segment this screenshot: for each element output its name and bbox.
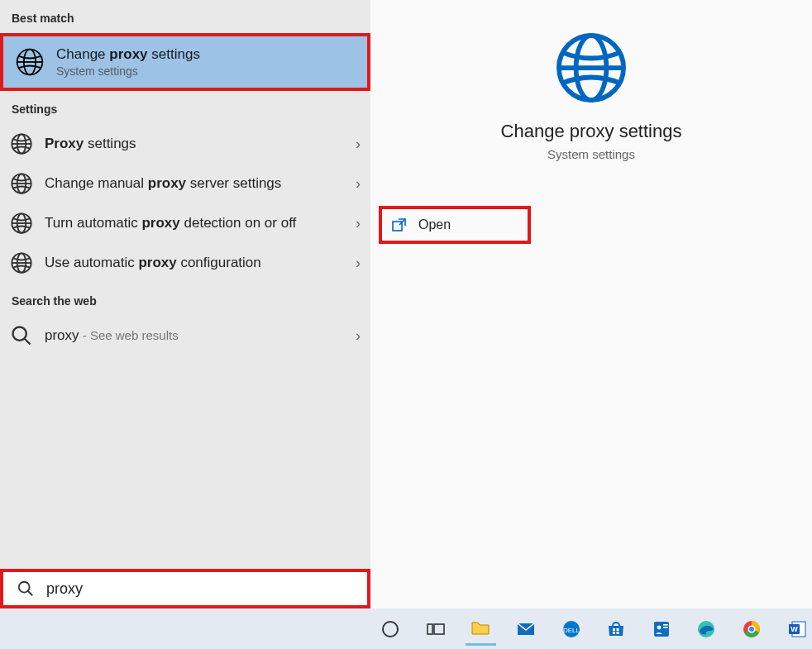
edge-icon[interactable] [691,613,722,646]
svg-point-41 [749,627,754,632]
svg-rect-26 [434,624,444,634]
search-icon [17,580,35,598]
file-explorer-icon[interactable] [466,613,496,646]
globe-icon [10,132,33,155]
globe-icon [15,47,45,77]
task-view-icon[interactable] [421,613,451,646]
open-icon [392,217,407,232]
settings-item-label: Use automatic proxy configuration [45,254,344,272]
search-input[interactable] [46,580,354,598]
best-match-title: Change proxy settings [56,46,200,63]
preview-title: Change proxy settings [370,121,812,142]
svg-line-23 [28,591,33,596]
store-icon[interactable] [601,613,632,646]
svg-rect-34 [654,622,669,637]
section-settings: Settings [0,91,370,124]
section-search-web: Search the web [0,283,370,316]
settings-item-label: Turn automatic proxy detection on or off [45,214,344,232]
search-icon [10,324,33,347]
svg-rect-32 [613,632,615,634]
taskbar: DELL W [0,608,812,649]
mail-icon[interactable] [511,613,542,646]
svg-point-24 [383,622,398,637]
settings-item-1[interactable]: Change manual proxy server settings› [0,164,370,203]
best-match-subtitle: System settings [56,64,200,78]
settings-item-3[interactable]: Use automatic proxy configuration› [0,243,370,283]
svg-text:DELL: DELL [563,627,580,634]
chevron-right-icon: › [356,136,361,153]
svg-point-22 [19,582,30,593]
cortana-icon[interactable] [375,613,406,646]
preview-subtitle: System settings [370,147,812,161]
svg-text:W: W [791,625,798,633]
web-result-label: proxy - See web results [45,327,344,345]
globe-icon [10,172,33,195]
svg-line-16 [25,339,31,345]
globe-icon [10,212,33,235]
word-icon[interactable]: W [781,613,812,646]
section-best-match: Best match [0,0,370,33]
chevron-right-icon: › [356,255,361,272]
settings-item-0[interactable]: Proxy settings› [0,124,370,164]
svg-rect-33 [617,632,619,634]
globe-icon [10,251,33,274]
svg-rect-37 [663,627,668,628]
web-result[interactable]: proxy - See web results › [0,316,370,356]
svg-rect-36 [663,624,668,626]
chrome-icon[interactable] [737,613,767,646]
settings-item-label: Proxy settings [45,135,344,153]
search-box[interactable] [0,569,370,608]
svg-point-35 [657,625,661,629]
open-button[interactable]: Open [379,206,531,244]
svg-point-15 [13,327,26,341]
feedback-icon[interactable] [647,613,677,646]
svg-rect-31 [617,628,619,631]
settings-item-label: Change manual proxy server settings [45,174,344,193]
dell-icon[interactable]: DELL [556,613,586,646]
chevron-right-icon: › [356,215,361,232]
svg-rect-25 [427,624,432,634]
best-match-result[interactable]: Change proxy settings System settings [0,33,370,91]
open-label: Open [418,217,451,232]
chevron-right-icon: › [356,175,361,193]
settings-item-2[interactable]: Turn automatic proxy detection on or off… [0,203,370,243]
svg-rect-30 [613,628,615,631]
chevron-right-icon: › [356,327,361,345]
globe-icon [553,30,629,106]
